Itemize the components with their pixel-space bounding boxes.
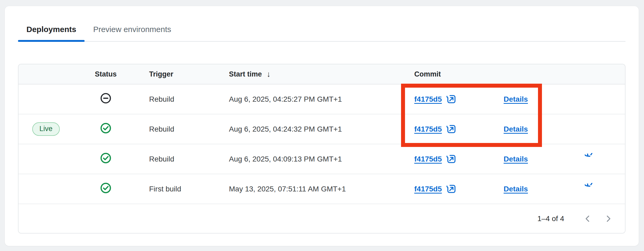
deployments-card: Deployments Preview environments Status …	[5, 6, 639, 246]
commit-link[interactable]: f4175d5	[414, 125, 442, 133]
trigger-cell: Rebuild	[135, 125, 214, 133]
details-link[interactable]: Details	[504, 125, 528, 133]
commit-cell: f4175d5	[400, 124, 489, 135]
retry-icon[interactable]	[585, 153, 597, 165]
external-link-icon[interactable]	[446, 154, 457, 164]
commit-link[interactable]: f4175d5	[414, 185, 442, 193]
circle-check-icon	[100, 182, 112, 196]
header-trigger: Trigger	[135, 70, 214, 78]
tab-preview-environments[interactable]: Preview environments	[85, 25, 180, 41]
commit-cell: f4175d5	[400, 184, 489, 194]
trigger-cell: Rebuild	[135, 155, 214, 163]
details-link[interactable]: Details	[504, 185, 528, 193]
external-link-icon[interactable]	[446, 94, 457, 105]
table-row: Rebuild Aug 6, 2025, 04:25:27 PM GMT+1 f…	[19, 84, 625, 114]
header-commit: Commit	[400, 70, 489, 78]
start-time-cell: Aug 6, 2025, 04:09:13 PM GMT+1	[214, 155, 400, 163]
live-badge: Live	[32, 122, 60, 136]
header-start-time[interactable]: Start time ↓	[214, 70, 400, 79]
commit-link[interactable]: f4175d5	[414, 155, 442, 163]
sort-desc-arrow-icon: ↓	[267, 70, 271, 79]
pagination-range-label: 1–4 of 4	[537, 214, 564, 223]
trigger-cell: First build	[135, 185, 214, 193]
commit-cell: f4175d5	[400, 94, 489, 105]
external-link-icon[interactable]	[446, 124, 457, 135]
tab-bar: Deployments Preview environments	[18, 6, 625, 42]
chevron-left-icon[interactable]	[582, 213, 594, 225]
start-time-cell: Aug 6, 2025, 04:24:32 PM GMT+1	[214, 125, 400, 133]
circle-check-icon	[100, 152, 112, 166]
start-time-cell: Aug 6, 2025, 04:25:27 PM GMT+1	[214, 95, 400, 104]
tab-deployments[interactable]: Deployments	[18, 25, 85, 41]
table-row: Live Rebuild Aug 6, 2025, 04:24:32 PM GM…	[19, 114, 625, 144]
table-row: First build May 13, 2025, 07:51:11 AM GM…	[19, 174, 625, 204]
commit-cell: f4175d5	[400, 154, 489, 164]
header-status: Status	[77, 70, 135, 78]
commit-link[interactable]: f4175d5	[414, 95, 442, 104]
deployments-page: { "tabs": [ { "label": "Deployments", "a…	[0, 0, 644, 251]
trigger-cell: Rebuild	[135, 95, 214, 104]
circle-minus-icon	[100, 92, 112, 106]
deployments-table: Status Trigger Start time ↓ Commit	[18, 64, 625, 234]
table-row: Rebuild Aug 6, 2025, 04:09:13 PM GMT+1 f…	[19, 144, 625, 174]
chevron-right-icon[interactable]	[602, 213, 614, 225]
table-footer: 1–4 of 4	[19, 204, 625, 233]
retry-icon[interactable]	[585, 183, 597, 195]
details-link[interactable]: Details	[504, 155, 528, 163]
external-link-icon[interactable]	[446, 184, 457, 194]
header-start-time-label: Start time	[229, 70, 262, 78]
details-link[interactable]: Details	[504, 95, 528, 103]
start-time-cell: May 13, 2025, 07:51:11 AM GMT+1	[214, 185, 400, 193]
circle-check-icon	[100, 122, 112, 136]
table-header-row: Status Trigger Start time ↓ Commit	[19, 64, 625, 84]
